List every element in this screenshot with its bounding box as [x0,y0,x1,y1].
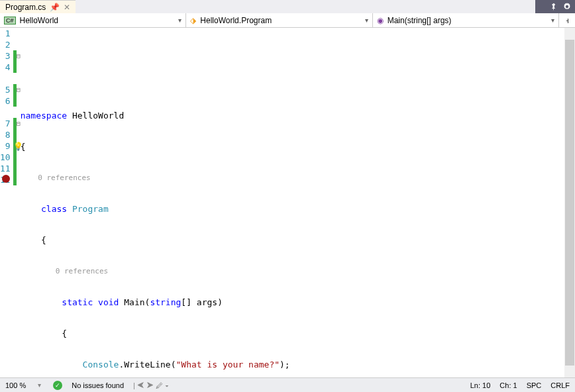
check-circle-icon: ✓ [53,381,62,390]
nav-method[interactable]: ◉ Main(string[] args) ▾ [373,13,559,27]
error-nav-icons[interactable]: | ⮜ ⮞ 🖉 ▾ [133,381,169,389]
chevron-down-icon: ▾ [551,17,554,24]
code-editor-upper[interactable]: 💡 1234 56 789101112 ⊟⊟⊟ namespace HelloW… [0,28,575,392]
tab-bar: Program.cs 📌 ✕ [0,0,575,13]
line-indicator[interactable]: Ln: 10 [470,381,491,389]
split-icon: ⫞ [565,16,569,25]
gear-icon[interactable] [563,3,571,11]
titlebar-actions [535,0,575,13]
chevron-down-icon: ▾ [365,17,368,24]
nav-namespace[interactable]: C# HelloWorld ▾ [0,13,186,27]
issues-label[interactable]: No issues found [72,381,124,389]
split-view-button[interactable]: ⫞ [559,13,575,27]
pin-icon[interactable]: 📌 [50,3,60,12]
code-content[interactable]: namespace HelloWorld { 0 references clas… [21,28,575,392]
eol-indicator[interactable]: CRLF [550,381,570,389]
method-icon: ◉ [377,16,384,25]
chevron-down-icon: ▾ [178,17,182,24]
nav-bar: C# HelloWorld ▾ ⬗ HelloWorld.Program ▾ ◉… [0,13,575,28]
pin-window-icon[interactable] [550,3,558,11]
nav-class[interactable]: ⬗ HelloWorld.Program ▾ [186,13,372,27]
status-bar: 100 % ▾ ✓ No issues found | ⮜ ⮞ 🖉 ▾ Ln: … [0,377,575,392]
nav-class-label: HelloWorld.Program [200,16,272,25]
vertical-scrollbar[interactable] [564,28,575,377]
csharp-icon: C# [4,17,16,24]
line-numbers: 1234 56 789101112 [0,28,13,392]
class-icon: ⬗ [190,16,196,25]
char-indicator[interactable]: Ch: 1 [499,381,517,389]
nav-method-label: Main(string[] args) [388,16,452,25]
chevron-down-icon[interactable]: ▾ [35,381,44,389]
zoom-level[interactable]: 100 % [5,381,26,389]
close-icon[interactable]: ✕ [64,3,70,12]
indent-indicator[interactable]: SPC [527,381,542,389]
lightbulb-icon[interactable]: 💡 [13,142,23,151]
scrollbar-thumb[interactable] [565,40,574,366]
file-tab[interactable]: Program.cs 📌 ✕ [0,0,76,13]
file-tab-label: Program.cs [5,3,46,12]
nav-namespace-label: HelloWorld [20,16,58,25]
breakpoint-dot[interactable] [2,175,10,183]
